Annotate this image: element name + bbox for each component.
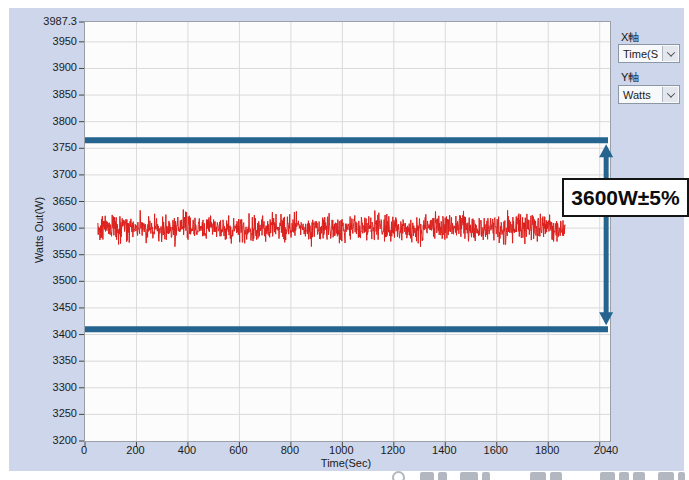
x-axis-title: Time(Sec) bbox=[321, 457, 371, 469]
graph-panel: Watts Out(W) Time(Sec) 3987.339503900385… bbox=[9, 8, 684, 471]
y-tick-label: 3800 bbox=[9, 115, 77, 127]
y-tick-label: 3400 bbox=[9, 328, 77, 340]
x-tick-label: 1600 bbox=[484, 444, 508, 456]
x-axis-control-label: X軸 bbox=[621, 30, 639, 45]
plot-area bbox=[84, 21, 611, 442]
chevron-down-icon bbox=[666, 48, 674, 56]
y-tick-label: 3650 bbox=[9, 195, 77, 207]
x-axis-select[interactable]: Time(S bbox=[618, 44, 680, 63]
chevron-down-icon bbox=[666, 89, 674, 97]
y-tick-label: 3950 bbox=[9, 35, 77, 47]
x-tick-label: 200 bbox=[126, 444, 144, 456]
x-tick-label: 400 bbox=[178, 444, 196, 456]
y-tick-label: 3700 bbox=[9, 168, 77, 180]
y-tick-label: 3850 bbox=[9, 88, 77, 100]
x-tick-label: 800 bbox=[281, 444, 299, 456]
y-tick-label: 3500 bbox=[9, 274, 77, 286]
y-axis-select[interactable]: Watts bbox=[618, 85, 680, 104]
cropped-watermark bbox=[386, 470, 686, 480]
tolerance-arrow bbox=[599, 144, 613, 325]
y-axis-control-label: Y軸 bbox=[621, 70, 639, 85]
y-tick-label: 3900 bbox=[9, 61, 77, 73]
x-tick-label: 600 bbox=[229, 444, 247, 456]
y-tick-label: 3250 bbox=[9, 407, 77, 419]
x-tick-label: 1200 bbox=[381, 444, 405, 456]
y-tick-label: 3450 bbox=[9, 301, 77, 313]
x-axis-select-button[interactable] bbox=[662, 46, 678, 61]
y-tick-label: 3200 bbox=[9, 434, 77, 446]
y-tick-label: 3300 bbox=[9, 381, 77, 393]
x-tick-label: 1800 bbox=[535, 444, 559, 456]
chart-canvas bbox=[85, 22, 610, 441]
x-axis-select-value: Time(S bbox=[623, 48, 658, 60]
y-tick-label: 3350 bbox=[9, 354, 77, 366]
x-tick-label: 1000 bbox=[329, 444, 353, 456]
y-tick-label: 3987.3 bbox=[9, 15, 77, 27]
x-tick-label: 1400 bbox=[432, 444, 456, 456]
x-tick-label: 0 bbox=[81, 444, 87, 456]
y-axis-select-value: Watts bbox=[623, 89, 651, 101]
tolerance-annotation: 3600W±5% bbox=[562, 178, 689, 217]
y-tick-label: 3750 bbox=[9, 141, 77, 153]
y-axis-select-button[interactable] bbox=[662, 87, 678, 102]
y-tick-label: 3550 bbox=[9, 248, 77, 260]
x-tick-label: 2040 bbox=[594, 444, 618, 456]
screenshot-root: Watts Out(W) Time(Sec) 3987.339503900385… bbox=[0, 0, 689, 480]
y-tick-label: 3600 bbox=[9, 221, 77, 233]
